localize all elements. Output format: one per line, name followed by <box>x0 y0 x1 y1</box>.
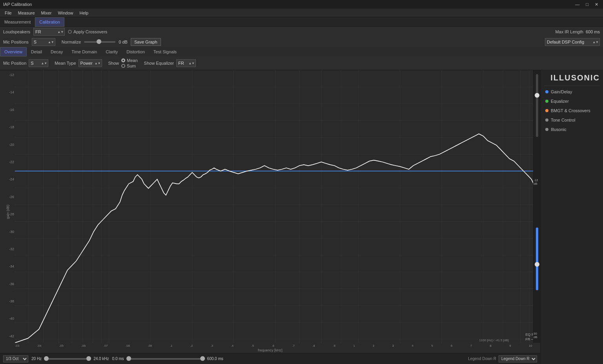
gain-delay-label: Gain/Delay <box>551 89 572 94</box>
mic-position-combo[interactable]: S ▲▼ <box>29 59 48 67</box>
right-panel: ILLUSONIC Gain/Delay Equalizer BMGT & Cr… <box>540 70 603 364</box>
y-label-2: -14 <box>9 91 14 94</box>
x-label-3: .05 <box>59 344 64 348</box>
octave-select[interactable]: 1/3 Oct 1/6 Oct 1/12 Oct <box>3 355 28 362</box>
x-label-8: .1 <box>170 344 173 348</box>
maximize-button[interactable]: □ <box>584 2 590 7</box>
slider-db-label-top: -12 dB <box>534 178 540 186</box>
right-menu-equalizer[interactable]: Equalizer <box>544 98 600 105</box>
menu-help[interactable]: Help <box>77 10 92 16</box>
apply-crossovers-group: Apply Crossovers <box>68 29 107 34</box>
show-radio-group: Mean Sum <box>121 58 138 68</box>
top-slider-thumb <box>535 93 539 98</box>
x-label-17: 1 <box>353 344 355 348</box>
freq-range-slider[interactable] <box>44 358 91 360</box>
right-menu-illusonic[interactable]: Illusonic <box>544 126 600 133</box>
mic-positions-arrow-icon: ▲▼ <box>48 40 54 44</box>
right-menu-tone-control[interactable]: Tone Control <box>544 116 600 124</box>
top-vertical-slider[interactable] <box>536 74 538 137</box>
tone-dot <box>545 118 548 122</box>
x-label-5: .07 <box>103 344 108 348</box>
tone-label: Tone Control <box>551 118 575 122</box>
right-menu-bmgt[interactable]: BMGT & Crossovers <box>544 107 600 114</box>
sub-toolbar: Mic Position S ▲▼ Mean Type Power ▲▼ Sho… <box>0 56 603 70</box>
show-label: Show <box>108 61 119 66</box>
right-sliders: -12 dB 30 dB <box>533 70 540 343</box>
show-equalizer-combo[interactable]: FR ▲▼ <box>176 59 196 67</box>
x-label-19: 3 <box>392 344 394 348</box>
mean-label: Mean <box>127 58 138 63</box>
y-label-3: -16 <box>9 108 14 112</box>
toolbar-row2: Mic Positions S ▲▼ Normalize 0 dB Save G… <box>0 37 603 47</box>
y-label-16: -42 <box>9 335 14 338</box>
minimize-button[interactable]: — <box>574 2 581 7</box>
frequency-chart-svg <box>15 70 540 343</box>
y-label-9: -28 <box>9 213 14 216</box>
tab-overview[interactable]: Overview <box>0 47 27 56</box>
frequency-axis-label: frequency [kHz] <box>258 348 283 352</box>
right-menu-gain-delay[interactable]: Gain/Delay <box>544 88 600 95</box>
x-label-2: .04 <box>37 344 41 348</box>
tab-measurement[interactable]: Measurement <box>0 17 35 27</box>
tab-test-signals[interactable]: Test Signals <box>149 47 181 56</box>
bmgt-dot <box>545 109 548 112</box>
bottom-vertical-slider[interactable] <box>536 228 538 290</box>
menu-window[interactable]: Window <box>55 10 76 16</box>
x-label-18: 2 <box>373 344 374 348</box>
save-graph-button[interactable]: Save Graph <box>131 38 161 46</box>
loudspeakers-select[interactable]: FR ▲▼ <box>33 28 65 36</box>
bottom-slider-thumb <box>535 262 539 267</box>
equalizer-label: Equalizer <box>551 99 569 104</box>
time-end: 600.0 ms <box>207 357 223 361</box>
x-label-22: 6 <box>451 344 452 348</box>
menu-measure[interactable]: Measure <box>15 10 38 16</box>
main-tab-bar: Overview Detail Decay Time Domain Clarit… <box>0 47 603 56</box>
freq-info: 1100 [Hz] / -41.5 [dB] <box>479 339 509 342</box>
show-mean-radio[interactable]: Mean <box>121 58 138 63</box>
time-range-slider[interactable] <box>126 358 205 360</box>
time-section: 0.0 ms 600.0 ms <box>112 357 223 361</box>
tab-distortion[interactable]: Distortion <box>122 47 149 56</box>
tab-calibration[interactable]: Calibration <box>35 17 64 27</box>
titlebar: IAP Calibration — □ ✕ <box>0 0 603 9</box>
freq-end: 24.0 kHz <box>93 357 109 361</box>
tab-clarity[interactable]: Clarity <box>101 47 122 56</box>
x-label-25: 9 <box>509 344 511 348</box>
slider-db-label-bottom: 30 dB <box>534 332 540 339</box>
tab-detail[interactable]: Detail <box>27 47 46 56</box>
menubar: File Measure Mixer Window Help <box>0 9 603 17</box>
close-button[interactable]: ✕ <box>593 2 600 7</box>
show-sum-radio[interactable]: Sum <box>121 64 138 68</box>
legend-select[interactable]: Legend Down R <box>499 355 537 362</box>
bottom-bar: 1/3 Oct 1/6 Oct 1/12 Oct 20 Hz 24.0 kHz … <box>0 353 540 364</box>
x-label-16: .9 <box>333 344 336 348</box>
equalizer-arrow-icon: ▲▼ <box>188 62 195 65</box>
sum-radio-indicator <box>121 64 125 68</box>
x-label-26: 10 <box>529 344 532 348</box>
chart-container: Show Verification 0 dB -12 -14 -16 -18 -… <box>0 70 540 353</box>
max-ir-label: Max IR Length <box>555 29 583 34</box>
main-content: Show Verification 0 dB -12 -14 -16 -18 -… <box>0 70 603 364</box>
mic-positions-select[interactable]: S ▲▼ <box>32 38 55 46</box>
tab-time-domain[interactable]: Time Domain <box>67 47 101 56</box>
x-label-14: .7 <box>292 344 295 348</box>
titlebar-controls: — □ ✕ <box>574 2 600 7</box>
mean-type-combo[interactable]: Power ▲▼ <box>79 59 102 67</box>
tab-decay[interactable]: Decay <box>46 47 67 56</box>
normalize-value: 0 dB <box>119 40 128 44</box>
freq-start-thumb <box>44 356 49 361</box>
freq-start: 20 Hz <box>31 357 42 361</box>
menu-file[interactable]: File <box>2 10 15 16</box>
x-label-24: 8 <box>490 344 491 348</box>
dsp-config-select[interactable]: Default DSP Config ▲▼ <box>545 38 600 46</box>
menu-mixer[interactable]: Mixer <box>38 10 55 16</box>
time-start-thumb <box>126 356 131 361</box>
dsp-config-arrow-icon: ▲▼ <box>592 40 599 44</box>
normalize-slider[interactable] <box>84 41 115 43</box>
apply-crossovers-checkbox[interactable] <box>68 30 72 34</box>
max-ir-value: 600 ms <box>586 29 600 34</box>
y-label-1: -12 <box>9 73 14 77</box>
mean-type-label: Mean Type <box>55 61 76 66</box>
x-label-1: .03 <box>15 344 19 348</box>
time-end-thumb <box>200 356 205 361</box>
